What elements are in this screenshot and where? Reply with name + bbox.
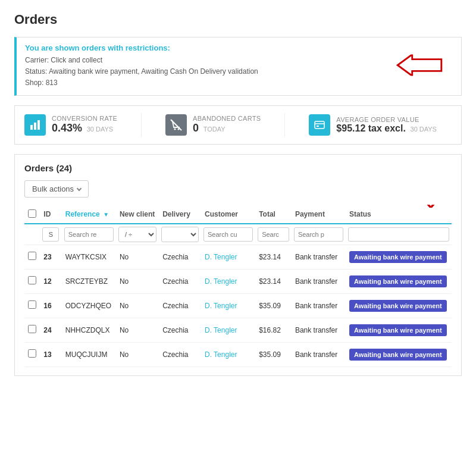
th-new-client[interactable]: New client <box>116 205 159 224</box>
row-total: $23.14 <box>255 245 292 269</box>
row-new-client: No <box>116 293 159 318</box>
row-customer: D. Tengler <box>201 342 255 367</box>
filter-id-input[interactable] <box>42 227 59 242</box>
filter-status-input[interactable] <box>348 227 449 242</box>
filter-new-client-cell: / ÷ Yes No <box>116 224 159 245</box>
row-reference: ODCYZHQEO <box>62 293 116 318</box>
th-delivery[interactable]: Delivery <box>159 205 201 224</box>
row-payment: Bank transfer <box>292 293 346 318</box>
row-checkbox[interactable] <box>28 325 36 333</box>
row-checkbox-cell <box>24 342 40 367</box>
row-checkbox-cell <box>24 293 40 318</box>
stat-conversion-rate: Conversion Rate 0.43% 30 DAYS <box>24 114 117 136</box>
customer-link[interactable]: D. Tengler <box>205 350 237 359</box>
status-badge: Awaiting bank wire payment <box>349 349 447 361</box>
th-checkbox <box>24 205 40 224</box>
status-badge: Awaiting bank wire payment <box>349 275 447 287</box>
row-total: $23.14 <box>255 269 292 293</box>
row-checkbox-cell <box>24 269 40 293</box>
row-status: Awaiting bank wire payment <box>346 318 452 342</box>
row-delivery: Czechia <box>159 318 201 342</box>
filter-delivery-select[interactable] <box>161 227 199 242</box>
table-row: 23 WAYTKCSIX No Czechia D. Tengler $23.1… <box>24 245 452 269</box>
bulk-actions-button[interactable]: Bulk actions <box>24 180 89 198</box>
row-id: 13 <box>40 342 61 367</box>
svg-rect-3 <box>37 120 40 130</box>
row-reference: SRCZTEYBZ <box>62 269 116 293</box>
bar-chart-icon <box>24 114 46 136</box>
th-customer[interactable]: Customer <box>201 205 255 224</box>
average-order-value-text: Average Order Value $95.12 tax excl. 30 … <box>336 116 437 134</box>
svg-rect-1 <box>30 125 33 130</box>
row-checkbox[interactable] <box>28 252 36 260</box>
th-id: ID <box>40 205 61 224</box>
orders-header: Orders (24) <box>24 163 452 173</box>
row-status: Awaiting bank wire payment <box>346 269 452 293</box>
conversion-rate-text: Conversion Rate 0.43% 30 DAYS <box>52 115 117 134</box>
filter-new-client-select[interactable]: / ÷ Yes No <box>118 227 156 242</box>
row-checkbox[interactable] <box>28 349 36 358</box>
average-order-value-amount: $95.12 tax excl. 30 DAYS <box>336 123 437 134</box>
customer-link[interactable]: D. Tengler <box>205 253 237 261</box>
row-new-client: No <box>116 318 159 342</box>
row-customer: D. Tengler <box>201 269 255 293</box>
filter-payment-input[interactable] <box>294 227 343 242</box>
row-reference: WAYTKCSIX <box>62 245 116 269</box>
average-order-value-label: Average Order Value <box>336 116 437 123</box>
sort-desc-icon: ▼ <box>103 211 109 218</box>
arrow-left-indicator <box>396 55 443 78</box>
orders-tbody: 23 WAYTKCSIX No Czechia D. Tengler $23.1… <box>24 245 452 367</box>
th-payment[interactable]: Payment <box>292 205 346 224</box>
row-total: $16.82 <box>255 318 292 342</box>
filter-reference-input[interactable] <box>64 227 114 242</box>
filter-payment-cell <box>292 224 346 245</box>
row-new-client: No <box>116 245 159 269</box>
row-checkbox-cell <box>24 245 40 269</box>
table-row: 12 SRCZTEYBZ No Czechia D. Tengler $23.1… <box>24 269 452 293</box>
filter-delivery-cell <box>159 224 201 245</box>
row-payment: Bank transfer <box>292 318 346 342</box>
select-all-checkbox[interactable] <box>28 209 36 218</box>
abandoned-carts-text: Abandoned Carts 0 TODAY <box>193 115 261 134</box>
conversion-rate-value: 0.43% 30 DAYS <box>52 122 117 134</box>
abandoned-carts-value: 0 TODAY <box>193 122 261 134</box>
row-total: $35.09 <box>255 293 292 318</box>
row-reference: MUQCJUIJM <box>62 342 116 367</box>
svg-line-7 <box>171 120 181 130</box>
svg-rect-10 <box>317 126 319 127</box>
stat-divider-2 <box>284 113 285 137</box>
svg-point-5 <box>174 128 176 130</box>
filter-reference-cell <box>62 224 116 245</box>
row-status: Awaiting bank wire payment <box>346 293 452 318</box>
page-container: Orders You are shown orders with restric… <box>0 0 476 476</box>
row-id: 12 <box>40 269 61 293</box>
table-row: 24 NHHCZDQLX No Czechia D. Tengler $16.8… <box>24 318 452 342</box>
stat-abandoned-carts: Abandoned Carts 0 TODAY <box>165 114 261 136</box>
page-title: Orders <box>14 12 462 27</box>
filter-customer-input[interactable] <box>203 227 253 242</box>
row-customer: D. Tengler <box>201 293 255 318</box>
filter-total-input[interactable] <box>258 227 289 242</box>
th-total[interactable]: Total <box>255 205 292 224</box>
orders-table-wrapper: ID Reference ▼ New client Delivery <box>24 205 452 367</box>
row-status: Awaiting bank wire payment <box>346 342 452 367</box>
th-reference[interactable]: Reference ▼ <box>62 205 116 224</box>
row-checkbox-cell <box>24 318 40 342</box>
row-id: 24 <box>40 318 61 342</box>
customer-link[interactable]: D. Tengler <box>205 302 237 310</box>
row-checkbox[interactable] <box>28 276 36 284</box>
row-delivery: Czechia <box>159 342 201 367</box>
th-status[interactable]: Status <box>346 205 452 224</box>
row-id: 23 <box>40 245 61 269</box>
row-reference: NHHCZDQLX <box>62 318 116 342</box>
chevron-down-icon <box>77 186 82 191</box>
table-row: 13 MUQCJUIJM No Czechia D. Tengler $35.0… <box>24 342 452 367</box>
customer-link[interactable]: D. Tengler <box>205 326 237 334</box>
row-checkbox[interactable] <box>28 300 36 309</box>
svg-rect-8 <box>315 121 324 129</box>
stat-divider-1 <box>141 113 142 137</box>
row-total: $35.09 <box>255 342 292 367</box>
stats-bar: Conversion Rate 0.43% 30 DAYS <box>14 105 462 145</box>
customer-link[interactable]: D. Tengler <box>205 277 237 286</box>
filter-status-cell <box>346 224 452 245</box>
